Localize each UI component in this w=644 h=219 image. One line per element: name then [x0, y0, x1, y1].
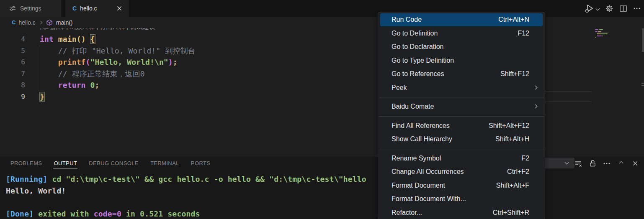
code-text: int main() { [40, 33, 95, 45]
overview-ruler-mark [641, 83, 644, 84]
menu-item-run-code[interactable]: Run CodeCtrl+Alt+N [380, 13, 543, 26]
code-editor[interactable]: 代码解释 | 函数注释 | 行间注释 | 调试建议 4int main() {5… [0, 28, 644, 156]
menu-item-label: Peek [392, 84, 529, 92]
menu-item-format-document[interactable]: Format DocumentShift+Alt+F [380, 179, 543, 192]
menu-item-peek[interactable]: Peek [380, 81, 543, 94]
panel-actions [574, 156, 639, 170]
menu-separator [379, 116, 544, 117]
minimap-line [595, 31, 598, 32]
panel-tab-ports[interactable]: PORTS [185, 156, 216, 170]
minimap[interactable] [595, 28, 612, 156]
menu-item-refactor[interactable]: Refactor...Ctrl+Shift+R [380, 206, 543, 219]
line-number: 6 [0, 56, 25, 68]
close-tab-icon[interactable] [116, 5, 123, 12]
minimap-line [602, 36, 603, 36]
minimap-line [595, 29, 598, 30]
menu-item-go-to-definition[interactable]: Go to DefinitionF12 [380, 27, 543, 40]
output-line: Hello, World! [6, 185, 644, 197]
output-log[interactable]: [Running] cd "d:\tmp\c-test\" && gcc hel… [0, 171, 644, 219]
menu-item-shortcut: Shift+Alt+F [496, 182, 529, 189]
menu-item-label: Change All Occurrences [392, 168, 507, 176]
menu-item-label: Baidu Comate [392, 103, 529, 110]
minimap-line [597, 36, 602, 36]
ellipsis-icon[interactable] [603, 160, 611, 167]
widget-border [545, 91, 592, 92]
code-text: return 0; [40, 79, 99, 91]
chevron-down-icon [565, 160, 569, 165]
clear-output-icon[interactable] [574, 160, 582, 167]
breadcrumb-file[interactable]: hello.c [18, 19, 35, 26]
panel-tab-debug-console[interactable]: DEBUG CONSOLE [83, 156, 144, 170]
menu-item-label: Format Document With... [392, 195, 529, 203]
menu-item-label: Go to Type Definition [392, 57, 529, 64]
gear-icon[interactable] [605, 5, 613, 12]
menu-item-label: Refactor... [392, 209, 493, 216]
code-line-7[interactable]: 7 // 程序正常结束，返回0 [0, 68, 644, 80]
line-number: 8 [0, 79, 25, 91]
code-text: printf("Hello, World!\n"); [40, 56, 178, 68]
run-code-button[interactable] [584, 3, 599, 13]
menu-item-shortcut: Ctrl+Shift+R [493, 209, 529, 216]
tab-hello-c-label: hello.c [80, 5, 97, 12]
editor-actions [584, 0, 641, 17]
ellipsis-icon[interactable] [633, 5, 641, 12]
output-channel-dropdown[interactable] [545, 158, 574, 168]
maximize-panel-icon[interactable] [617, 160, 625, 167]
context-menu: Run CodeCtrl+Alt+NGo to DefinitionF12Go … [378, 12, 545, 219]
codelens-links[interactable]: 代码解释 | 函数注释 | 行间注释 | 调试建议 [39, 28, 155, 31]
menu-item-shortcut: F12 [518, 30, 529, 37]
vscode-window: Settings C hello.c C [0, 0, 644, 219]
menu-item-format-document-with[interactable]: Format Document With... [380, 193, 543, 206]
menu-item-label: Run Code [392, 16, 498, 23]
minimap-line [597, 33, 601, 34]
menu-item-find-all-references[interactable]: Find All ReferencesShift+Alt+F12 [380, 120, 543, 132]
code-text: } [40, 91, 44, 103]
close-panel-icon[interactable] [631, 160, 639, 167]
minimap-line [595, 37, 596, 38]
menu-item-change-all-occurrences[interactable]: Change All OccurrencesCtrl+F2 [380, 166, 543, 178]
split-editor-icon[interactable] [619, 5, 627, 12]
menu-item-go-to-type-definition[interactable]: Go to Type Definition [380, 54, 543, 67]
indent-guide [40, 45, 40, 91]
menu-item-go-to-references[interactable]: Go to ReferencesShift+F12 [380, 68, 543, 81]
line-number: 9 [0, 91, 25, 103]
panel-tab-output[interactable]: OUTPUT [48, 156, 83, 170]
panel-tab-terminal[interactable]: TERMINAL [144, 156, 185, 170]
code-line-4[interactable]: 4int main() { [0, 33, 644, 45]
code-line-9[interactable]: 9} [0, 91, 644, 103]
code-line-8[interactable]: 8 return 0; [0, 79, 644, 91]
minimap-line [601, 33, 608, 34]
code-text: // 程序正常结束，返回0 [40, 68, 145, 80]
menu-item-baidu-comate[interactable]: Baidu Comate [380, 100, 543, 113]
breadcrumb-symbol[interactable]: main() [56, 19, 73, 26]
code-line-5[interactable]: 5 // 打印 "Hello, World!" 到控制台 [0, 45, 644, 57]
menu-item-rename-symbol[interactable]: Rename SymbolF2 [380, 152, 543, 165]
menu-item-show-call-hierarchy[interactable]: Show Call HierarchyShift+Alt+H [380, 133, 543, 146]
chevron-down-icon [596, 6, 600, 10]
output-line: [Running] cd "d:\tmp\c-test\" && gcc hel… [6, 173, 644, 185]
tab-settings-label: Settings [20, 5, 41, 12]
menu-separator [379, 97, 544, 97]
minimap-line [598, 31, 601, 32]
menu-item-shortcut: Shift+Alt+H [495, 135, 529, 143]
output-line [6, 196, 644, 208]
tab-hello-c[interactable]: C hello.c [65, 0, 129, 17]
menu-separator [379, 149, 544, 149]
tab-settings[interactable]: Settings [0, 0, 61, 17]
output-line: [Done] exited with code=0 in 0.521 secon… [6, 208, 644, 219]
bottom-panel: PROBLEMSOUTPUTDEBUG CONSOLETERMINALPORTS… [0, 156, 644, 219]
code-line-6[interactable]: 6 printf("Hello, World!\n"); [0, 56, 644, 68]
chevron-right-icon [39, 20, 42, 24]
menu-item-go-to-declaration[interactable]: Go to Declaration [380, 41, 543, 53]
menu-item-label: Rename Symbol [392, 155, 521, 162]
minimap-line [597, 33, 609, 33]
submenu-chevron-icon [533, 85, 538, 89]
editor-tab-bar: Settings C hello.c [0, 0, 644, 17]
minimap-line [599, 29, 603, 30]
minimap-line [597, 35, 605, 36]
panel-tab-problems[interactable]: PROBLEMS [5, 156, 48, 170]
editor-scrollbar[interactable] [642, 28, 644, 52]
sliders-icon [9, 5, 16, 12]
code-lines: 4int main() {5 // 打印 "Hello, World!" 到控制… [0, 33, 644, 102]
unlock-icon[interactable] [589, 160, 596, 167]
